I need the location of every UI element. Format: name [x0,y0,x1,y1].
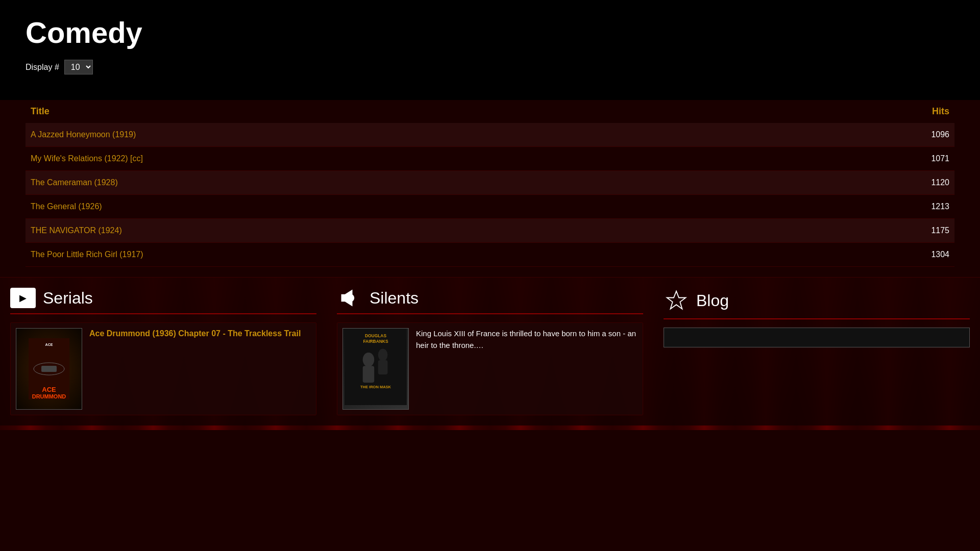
svg-text:ACE: ACE [45,343,53,346]
silents-card-description: King Louis XIII of France is thrilled to… [416,328,638,410]
blog-search-input[interactable] [664,328,970,347]
row-hits: 1096 [780,123,954,147]
svg-rect-10 [363,366,375,383]
row-hits: 1213 [780,195,954,219]
silents-title: Silents [370,289,419,308]
serials-card[interactable]: ACE ACE DRUMMOND Ace Drummond (1936) Cha… [10,322,316,415]
svg-text:ACE: ACE [42,386,56,393]
svg-text:FAIRBANKS: FAIRBANKS [363,339,388,344]
silents-card[interactable]: DOUGLAS FAIRBANKS THE IRON MASK King Lou… [337,322,643,415]
serials-title: Serials [43,289,93,308]
svg-text:DOUGLAS: DOUGLAS [365,333,386,338]
row-title[interactable]: THE NAVIGATOR (1924) [26,219,780,243]
row-title[interactable]: My Wife's Relations (1922) [cc] [26,147,780,171]
silents-panel: Silents DOUGLAS FAIRBANKS [327,277,653,425]
megaphone-icon [337,288,362,308]
table-row[interactable]: My Wife's Relations (1922) [cc]1071 [26,147,954,171]
table-row[interactable]: A Jazzed Honeymoon (1919)1096 [26,123,954,147]
row-hits: 1304 [780,243,954,267]
page-title: Comedy [26,15,954,49]
svg-text:THE IRON MASK: THE IRON MASK [360,385,391,389]
table-row[interactable]: The Cameraman (1928)1120 [26,171,954,195]
film-icon [10,288,36,308]
row-hits: 1175 [780,219,954,243]
serials-card-title: Ace Drummond (1936) Chapter 07 - The Tra… [89,328,301,410]
table-row[interactable]: THE NAVIGATOR (1924)1175 [26,219,954,243]
row-title[interactable]: The Poor Little Rich Girl (1917) [26,243,780,267]
svg-marker-14 [667,291,686,309]
serials-poster: ACE ACE DRUMMOND [16,328,82,410]
blog-panel: Blog [653,277,980,425]
col-title: Title [26,100,780,123]
col-hits: Hits [780,100,954,123]
row-title[interactable]: A Jazzed Honeymoon (1919) [26,123,780,147]
blog-title: Blog [696,291,729,310]
svg-rect-12 [378,360,388,374]
table-row[interactable]: The Poor Little Rich Girl (1917)1304 [26,243,954,267]
star-icon [664,288,689,313]
svg-point-11 [378,348,388,361]
serials-panel: Serials ACE ACE DRUMMOND [0,277,327,425]
display-label: Display # [26,63,59,72]
movies-table: Title Hits A Jazzed Honeymoon (1919)1096… [26,100,954,267]
svg-point-9 [363,353,375,367]
table-row[interactable]: The General (1926)1213 [26,195,954,219]
display-select[interactable]: 5 10 15 20 25 All [64,60,93,74]
row-hits: 1120 [780,171,954,195]
silents-poster: DOUGLAS FAIRBANKS THE IRON MASK [342,328,409,410]
row-hits: 1071 [780,147,954,171]
svg-rect-5 [41,366,57,372]
row-title[interactable]: The Cameraman (1928) [26,171,780,195]
row-title[interactable]: The General (1926) [26,195,780,219]
svg-text:DRUMMOND: DRUMMOND [32,393,66,399]
